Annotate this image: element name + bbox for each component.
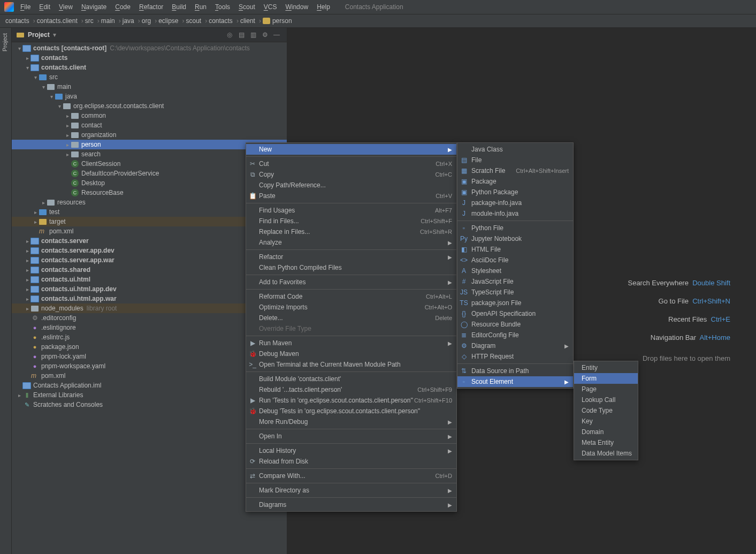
collapse-all-icon[interactable]: ▥ (247, 29, 259, 41)
context-menu-item[interactable]: Open In▶ (246, 431, 456, 442)
context-menu-item[interactable]: ⧉CopyCtrl+C (246, 169, 456, 180)
scout-menu-item[interactable]: Page (574, 384, 638, 394)
chevron-right-icon[interactable]: ▸ (24, 296, 30, 302)
expand-all-icon[interactable]: ▤ (235, 29, 247, 41)
context-menu-item[interactable]: Find in Files...Ctrl+Shift+F (246, 216, 456, 226)
context-menu-item[interactable]: Clean Python Compiled Files (246, 262, 456, 273)
new-menu-item[interactable]: ◧HTML File (457, 244, 573, 255)
scout-menu-item[interactable]: Lookup Call (574, 394, 638, 405)
tree-folder-organization[interactable]: ▸organization (12, 130, 287, 140)
new-menu-item[interactable]: AStylesheet (457, 265, 573, 276)
context-menu-item[interactable]: 🐞Debug Maven (246, 348, 456, 359)
chevron-right-icon[interactable]: ▸ (64, 113, 71, 119)
scout-menu-item[interactable]: Form (574, 373, 638, 384)
scout-menu-item[interactable]: Meta Entity (574, 437, 638, 448)
menu-refactor[interactable]: Refactor (135, 1, 167, 13)
menu-scout[interactable]: Scout (234, 1, 259, 13)
crumb[interactable]: src (85, 17, 94, 25)
context-menu-item[interactable]: Diagrams▶ (246, 499, 456, 510)
context-menu-item[interactable]: >_Open Terminal at the Current Maven Mod… (246, 359, 456, 370)
context-menu-item[interactable]: Local History▶ (246, 445, 456, 456)
chevron-right-icon[interactable]: ▸ (40, 200, 47, 206)
chevron-down-icon[interactable]: ▾ (53, 31, 56, 39)
new-menu-item[interactable]: #JavaScript File (457, 276, 573, 287)
hide-icon[interactable]: — (271, 29, 282, 41)
new-menu-item[interactable]: ⇅Data Source in Path (457, 366, 573, 376)
context-menu-item[interactable]: ✂CutCtrl+X (246, 158, 456, 169)
chevron-down-icon[interactable]: ▾ (32, 74, 39, 80)
new-menu-item[interactable]: ▤File (457, 155, 573, 165)
menu-navigate[interactable]: Navigate (77, 1, 111, 13)
locate-icon[interactable]: ◎ (224, 29, 235, 41)
new-menu-item[interactable]: ▦Scratch FileCtrl+Alt+Shift+Insert (457, 165, 573, 176)
crumb[interactable]: main (101, 17, 115, 25)
context-menu-item[interactable]: ▶Run Maven▶ (246, 338, 456, 348)
menu-file[interactable]: File (16, 1, 35, 13)
context-menu-item[interactable]: 🐞Debug 'Tests in 'org.eclipse.scout.cont… (246, 406, 456, 416)
crumb[interactable]: contacts.client (37, 17, 78, 25)
context-menu-item[interactable]: More Run/Debug▶ (246, 416, 456, 427)
chevron-right-icon[interactable]: ▸ (32, 219, 39, 225)
chevron-down-icon[interactable]: ▾ (40, 84, 47, 90)
tree-item[interactable]: ▸contacts (12, 53, 287, 63)
menu-tools[interactable]: Tools (211, 1, 234, 13)
menu-window[interactable]: Window (281, 1, 312, 13)
chevron-right-icon[interactable]: ▸ (24, 286, 30, 292)
context-menu-item[interactable]: Build Module 'contacts.client' (246, 374, 456, 384)
chevron-right-icon[interactable]: ▸ (32, 209, 39, 215)
tree-item[interactable]: ▾contacts.client (12, 63, 287, 72)
tree-folder-contact[interactable]: ▸contact (12, 120, 287, 130)
scout-menu-item[interactable]: Data Model Items (574, 448, 638, 459)
scout-menu-item[interactable]: Entity (574, 362, 638, 373)
chevron-right-icon[interactable]: ▸ (64, 151, 71, 157)
menu-build[interactable]: Build (167, 1, 190, 13)
context-menu[interactable]: New▶✂CutCtrl+X⧉CopyCtrl+CCopy Path/Refer… (246, 142, 457, 512)
new-menu-item[interactable]: Java Class (457, 144, 573, 155)
new-menu-item[interactable]: PyJupyter Notebook (457, 233, 573, 244)
chevron-right-icon[interactable]: ▸ (64, 123, 71, 128)
new-menu-item[interactable]: ≣EditorConfig File (457, 330, 573, 340)
chevron-right-icon[interactable]: ▸ (64, 132, 71, 138)
chevron-right-icon[interactable]: ▸ (64, 142, 71, 148)
new-menu-item[interactable]: ⚙Diagram▶ (457, 340, 573, 351)
context-menu-item[interactable]: Refactor▶ (246, 252, 456, 262)
new-menu-item[interactable]: Jmodule-info.java (457, 208, 573, 219)
crumb[interactable]: person (272, 17, 292, 25)
settings-icon[interactable]: ⚙ (259, 29, 271, 41)
new-menu-item[interactable]: <>AsciiDoc File (457, 255, 573, 265)
new-menu-item[interactable]: ▣Python Package (457, 187, 573, 198)
crumb[interactable]: java (123, 17, 134, 25)
crumb[interactable]: client (240, 17, 255, 25)
scout-menu-item[interactable]: Domain (574, 427, 638, 437)
new-menu-item[interactable]: ◯Resource Bundle (457, 319, 573, 330)
new-menu-item[interactable]: ◇HTTP Request (457, 351, 573, 362)
menu-vcs[interactable]: VCS (259, 1, 281, 13)
chevron-right-icon[interactable]: ▸ (24, 248, 30, 254)
new-menu-item[interactable]: ▫Python File (457, 223, 573, 233)
context-menu-item[interactable]: Rebuild '...tacts.client.person'Ctrl+Shi… (246, 384, 456, 395)
context-menu-item[interactable]: ⟳Reload from Disk (246, 456, 456, 467)
crumb[interactable]: org (142, 17, 151, 25)
gutter-tab-project[interactable]: Project (0, 28, 10, 57)
scout-menu-item[interactable]: Code Type (574, 405, 638, 416)
submenu-scout-element[interactable]: EntityFormPageLookup CallCode TypeKeyDom… (574, 361, 638, 460)
chevron-down-icon[interactable]: ▾ (48, 94, 55, 100)
menu-view[interactable]: View (55, 1, 77, 13)
menu-help[interactable]: Help (312, 1, 334, 13)
context-menu-item[interactable]: Replace in Files...Ctrl+Shift+R (246, 226, 456, 237)
crumb[interactable]: scout (186, 17, 201, 25)
new-menu-item[interactable]: Jpackage-info.java (457, 198, 573, 208)
context-menu-item[interactable]: Optimize ImportsCtrl+Alt+O (246, 302, 456, 313)
tree-root[interactable]: ▾contacts [contacts-root]C:\dev\workspac… (12, 43, 287, 53)
tree-item[interactable]: ▾org.eclipse.scout.contacts.client (12, 101, 287, 111)
context-menu-item[interactable]: 📋PasteCtrl+V (246, 191, 456, 201)
context-menu-item[interactable]: Copy Path/Reference... (246, 180, 456, 191)
context-menu-item[interactable]: Analyze▶ (246, 237, 456, 248)
tree-item[interactable]: ▾java (12, 92, 287, 101)
chevron-right-icon[interactable]: ▸ (24, 267, 30, 273)
chevron-down-icon[interactable]: ▾ (24, 65, 30, 71)
new-menu-item[interactable]: TSpackage.json File (457, 298, 573, 308)
new-menu-item[interactable]: ▫Scout Element▶ (457, 376, 573, 387)
chevron-right-icon[interactable]: ▸ (24, 306, 30, 312)
tree-folder-common[interactable]: ▸common (12, 111, 287, 120)
